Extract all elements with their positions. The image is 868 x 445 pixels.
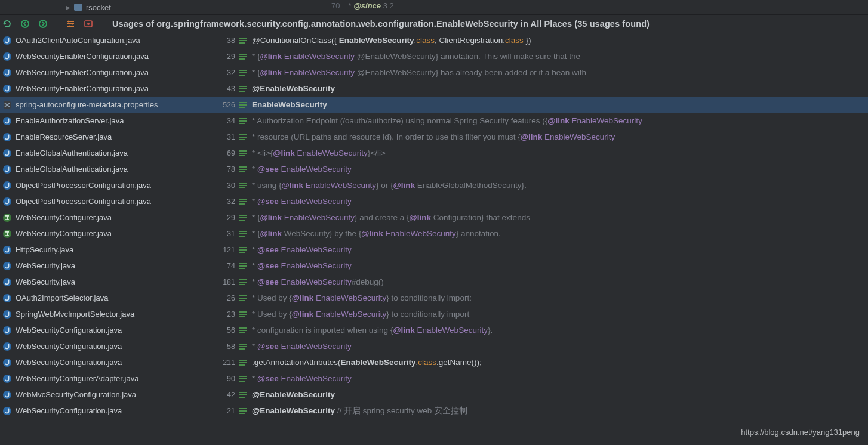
svg-rect-102 — [239, 378, 247, 379]
usage-row[interactable]: EnableGlobalAuthentication.java78* @see … — [0, 161, 868, 177]
file-name: WebSecurityConfiguration.java — [16, 342, 215, 351]
svg-rect-25 — [239, 91, 245, 92]
usages-results[interactable]: OAuth2ClientAutoConfiguration.java38@Con… — [0, 32, 868, 445]
file-name: WebSecurityConfigurer.java — [16, 229, 215, 238]
usage-kind-icon — [239, 101, 247, 109]
svg-point-0 — [21, 20, 29, 27]
java-file-icon — [2, 181, 12, 190]
line-number: 42 — [215, 391, 235, 399]
svg-rect-81 — [239, 295, 247, 296]
svg-point-18 — [3, 69, 11, 77]
code-snippet: * configuration is imported when using {… — [252, 326, 493, 335]
svg-rect-39 — [239, 150, 247, 152]
file-name: SpringWebMvcImportSelector.java — [16, 310, 215, 319]
usage-row[interactable]: HttpSecurity.java121* @see EnableWebSecu… — [0, 242, 868, 258]
usage-row[interactable]: SpringWebMvcImportSelector.java23* Used … — [0, 306, 868, 322]
svg-rect-36 — [239, 137, 247, 138]
line-number: 21 — [215, 407, 235, 415]
line-number: 69 — [215, 149, 235, 157]
prev-occurrence-icon[interactable] — [19, 18, 31, 30]
code-snippet: * @see EnableWebSecurity — [252, 374, 352, 383]
svg-rect-15 — [239, 54, 247, 55]
code-snippet: * @see EnableWebSecurity#debug() — [252, 277, 384, 286]
svg-rect-82 — [239, 298, 247, 299]
usage-row[interactable]: EnableGlobalAuthentication.java69* <li>{… — [0, 145, 868, 161]
svg-point-9 — [87, 23, 90, 25]
usage-row[interactable]: spring-autoconfigure-metadata.properties… — [0, 97, 868, 113]
rerun-icon[interactable] — [1, 18, 13, 30]
usage-row[interactable]: WebSecurityConfiguration.java211.getAnno… — [0, 354, 868, 370]
usage-kind-icon — [239, 118, 247, 125]
svg-rect-89 — [239, 327, 247, 329]
usage-row[interactable]: WebSecurityConfigurer.java29* {@link Ena… — [0, 209, 868, 225]
line-number: 56 — [215, 326, 235, 335]
usage-kind-icon — [239, 295, 247, 302]
line-number: 30 — [215, 181, 235, 190]
svg-rect-24 — [239, 88, 247, 89]
file-name: WebSecurityEnablerConfiguration.java — [16, 68, 215, 77]
java-file-icon — [2, 358, 12, 367]
usage-kind-icon — [239, 37, 247, 44]
usage-row[interactable]: OAuth2ClientAutoConfiguration.java38@Con… — [0, 32, 868, 48]
svg-rect-51 — [239, 199, 247, 200]
usage-kind-icon — [239, 182, 247, 189]
svg-rect-94 — [239, 346, 247, 347]
usage-kind-icon — [239, 69, 247, 76]
settings-icon[interactable] — [64, 18, 76, 30]
svg-point-68 — [3, 246, 11, 254]
svg-rect-60 — [239, 220, 245, 221]
code-snippet: * @see EnableWebSecurity — [252, 197, 352, 206]
usage-row[interactable]: WebSecurity.java74* @see EnableWebSecuri… — [0, 258, 868, 274]
svg-point-80 — [3, 294, 11, 302]
java-file-icon — [2, 261, 12, 271]
usage-row[interactable]: WebSecurityConfiguration.java21@EnableWe… — [0, 403, 868, 419]
java-file-icon — [2, 116, 12, 126]
svg-rect-28 — [239, 104, 247, 106]
usage-row[interactable]: WebSecurityConfiguration.java56* configu… — [0, 322, 868, 338]
usage-row[interactable]: WebSecurityEnablerConfiguration.java43@E… — [0, 81, 868, 97]
usage-kind-icon — [239, 166, 247, 173]
java-file-icon — [2, 36, 12, 45]
usage-row[interactable]: WebSecurityEnablerConfiguration.java29* … — [0, 48, 868, 64]
usage-row[interactable]: WebMvcSecurityConfiguration.java42@Enabl… — [0, 387, 868, 403]
java-file-icon — [2, 165, 12, 174]
svg-rect-13 — [239, 42, 245, 44]
svg-rect-32 — [239, 120, 247, 122]
svg-rect-83 — [239, 300, 245, 301]
usage-row[interactable]: WebSecurityConfigurer.java31* {@link Web… — [0, 225, 868, 242]
tree-folder-item[interactable]: ▶ rsocket — [66, 3, 111, 12]
svg-point-100 — [3, 375, 11, 383]
code-snippet: * @see EnableWebSecurity — [252, 342, 352, 351]
svg-rect-85 — [239, 311, 247, 313]
next-occurrence-icon[interactable] — [37, 18, 49, 30]
line-number: 43 — [215, 85, 235, 93]
java-file-icon — [2, 277, 12, 287]
usage-row[interactable]: EnableResourceServer.java31* resource (U… — [0, 129, 868, 145]
java-file-icon — [2, 149, 12, 158]
svg-rect-65 — [239, 231, 247, 232]
editor-hint: 70 * @since 3 2 — [331, 1, 394, 10]
file-name: WebSecurityEnablerConfiguration.java — [16, 52, 215, 61]
usage-row[interactable]: OAuth2ImportSelector.java26* Used by {@l… — [0, 290, 868, 306]
usage-row[interactable]: WebSecurityConfiguration.java58* @see En… — [0, 338, 868, 354]
usage-kind-icon — [239, 375, 247, 382]
usage-row[interactable]: WebSecurity.java181* @see EnableWebSecur… — [0, 274, 868, 290]
java-file-icon — [2, 390, 12, 400]
code-snippet: * {@link WebSecurity} by the {@link Enab… — [252, 229, 501, 238]
usage-row[interactable]: WebSecurityConfigurerAdapter.java90* @se… — [0, 370, 868, 387]
usage-kind-icon — [239, 198, 247, 205]
svg-point-104 — [3, 391, 11, 399]
preview-icon[interactable] — [82, 18, 94, 30]
svg-rect-17 — [239, 58, 245, 60]
svg-rect-86 — [239, 314, 247, 315]
folder-label: rsocket — [86, 3, 111, 12]
usage-kind-icon — [239, 327, 247, 334]
svg-rect-63 — [5, 231, 9, 233]
usage-kind-icon — [239, 359, 247, 366]
svg-point-46 — [3, 181, 11, 190]
svg-rect-29 — [239, 107, 245, 108]
usage-row[interactable]: WebSecurityEnablerConfiguration.java32* … — [0, 64, 868, 81]
usage-row[interactable]: ObjectPostProcessorConfiguration.java32*… — [0, 193, 868, 209]
usage-row[interactable]: ObjectPostProcessorConfiguration.java30*… — [0, 177, 868, 193]
usage-row[interactable]: EnableAuthorizationServer.java34* Author… — [0, 113, 868, 129]
